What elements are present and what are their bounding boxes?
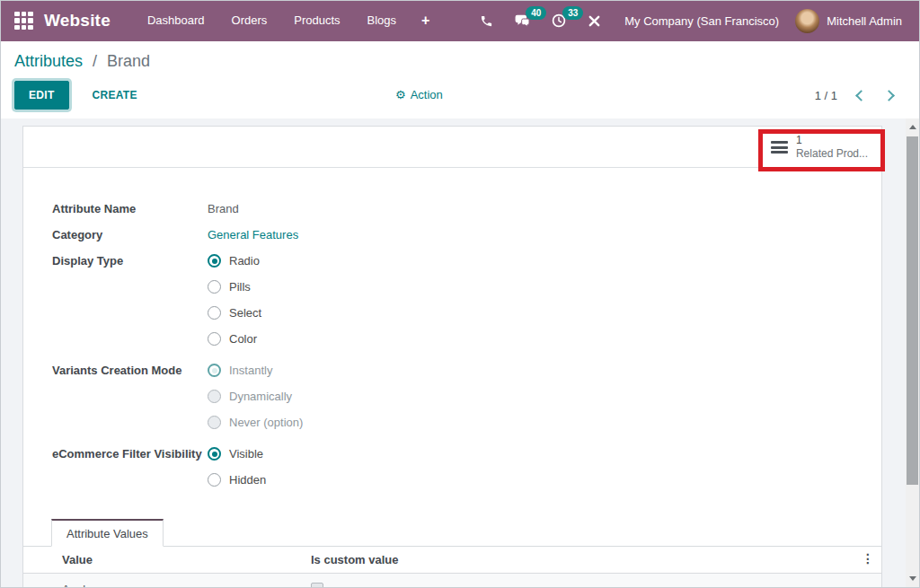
nav-item-dashboard[interactable]: Dashboard — [134, 0, 218, 41]
ecommerce-filter-visibility-label: eCommerce Filter Visibility — [52, 441, 208, 493]
pager-next-icon[interactable] — [883, 90, 895, 101]
table-row[interactable]: Apple — [23, 574, 881, 588]
radio-icon — [208, 254, 221, 268]
user-menu[interactable]: Mitchell Admin — [827, 14, 902, 28]
app-name[interactable]: Website — [44, 11, 111, 31]
category-label: Category — [52, 222, 208, 248]
related-products-count: 1 — [796, 134, 868, 147]
breadcrumb-attributes-link[interactable]: Attributes — [14, 52, 83, 70]
nav-item-orders[interactable]: Orders — [218, 0, 281, 41]
attribute-name-label: Attribute Name — [52, 196, 208, 222]
vertical-scrollbar[interactable] — [906, 118, 919, 587]
radio-option-never: Never (option) — [208, 409, 303, 435]
button-box: 1 Related Prod... — [23, 127, 881, 168]
row-value-cell: Apple — [62, 583, 311, 588]
nav-item-products[interactable]: Products — [280, 0, 353, 41]
radio-icon — [208, 306, 221, 320]
radio-icon — [208, 390, 221, 403]
variants-creation-mode-label: Variants Creation Mode — [52, 357, 208, 435]
pager-value: 1 / 1 — [815, 89, 837, 102]
attribute-form: Attribute Name Brand Category General Fe… — [23, 168, 881, 493]
action-menu-label: Action — [411, 88, 443, 101]
phone-icon[interactable] — [469, 0, 504, 41]
new-content-button[interactable]: + — [410, 13, 441, 29]
tab-strip: Attribute Values — [23, 519, 881, 547]
radio-icon — [208, 364, 221, 377]
notebook: Attribute Values Value Is custom value ⋮… — [23, 519, 881, 588]
radio-icon — [208, 332, 221, 346]
column-header-is-custom-value: Is custom value — [311, 553, 399, 566]
company-switcher[interactable]: My Company (San Francisco) — [624, 14, 779, 28]
edit-button[interactable]: EDIT — [14, 81, 69, 110]
radio-option-select[interactable]: Select — [208, 300, 261, 326]
scroll-down-icon[interactable] — [906, 572, 919, 585]
form-sheet: 1 Related Prod... Attribute Name Brand C… — [22, 126, 882, 588]
field-attribute-name: Attribute Name Brand — [52, 196, 881, 222]
breadcrumb-separator: / — [93, 52, 97, 70]
gear-icon: ⚙ — [395, 89, 406, 101]
tab-attribute-values[interactable]: Attribute Values — [51, 519, 164, 547]
radio-option-hidden[interactable]: Hidden — [208, 467, 266, 493]
control-panel: Attributes / Brand EDIT CREATE ⚙ Action … — [0, 41, 920, 118]
radio-icon — [208, 447, 221, 461]
radio-icon — [208, 473, 221, 487]
related-products-stat-button[interactable]: 1 Related Prod... — [765, 130, 873, 164]
attribute-name-value: Brand — [208, 196, 239, 222]
radio-option-color[interactable]: Color — [208, 326, 261, 352]
breadcrumb: Attributes / Brand — [14, 52, 906, 71]
scroll-up-icon[interactable] — [906, 120, 919, 134]
content-area: 1 Related Prod... Attribute Name Brand C… — [0, 118, 920, 588]
pager: 1 / 1 — [815, 89, 906, 102]
values-table-header: Value Is custom value ⋮ — [23, 547, 881, 574]
radio-option-pills[interactable]: Pills — [208, 274, 261, 300]
radio-icon — [208, 416, 221, 429]
nav-item-blogs[interactable]: Blogs — [354, 0, 411, 41]
messages-icon[interactable]: 40 — [504, 0, 541, 41]
field-category: Category General Features — [52, 222, 881, 248]
action-menu[interactable]: ⚙ Action — [395, 88, 443, 101]
radio-option-radio[interactable]: Radio — [208, 248, 261, 274]
radio-option-dynamically: Dynamically — [208, 383, 303, 409]
radio-option-instantly: Instantly — [208, 357, 303, 383]
display-type-label: Display Type — [52, 248, 208, 352]
column-header-value: Value — [62, 553, 311, 566]
radio-option-visible[interactable]: Visible — [208, 441, 266, 467]
is-custom-value-checkbox — [311, 583, 323, 588]
field-ecommerce-filter-visibility: eCommerce Filter Visibility Visible Hidd… — [52, 441, 881, 493]
navbar-systray: 40 33 My Company (San Francisco) Mitchel… — [469, 0, 911, 41]
category-value-link[interactable]: General Features — [208, 222, 298, 248]
related-products-label: Related Prod... — [796, 147, 868, 161]
activities-clock-icon[interactable]: 33 — [541, 0, 577, 41]
user-avatar[interactable] — [795, 9, 819, 33]
create-button[interactable]: CREATE — [87, 82, 143, 109]
pager-previous-icon[interactable] — [855, 90, 867, 101]
scrollbar-thumb[interactable] — [907, 136, 918, 485]
apps-grid-icon[interactable] — [14, 12, 33, 31]
top-navbar: Website Dashboard Orders Products Blogs … — [0, 0, 920, 41]
radio-icon — [208, 280, 221, 294]
breadcrumb-current: Brand — [107, 52, 150, 70]
list-bars-icon — [771, 141, 788, 154]
field-variants-creation-mode: Variants Creation Mode Instantly Dynamic… — [52, 357, 881, 435]
tools-icon[interactable] — [577, 0, 612, 41]
field-display-type: Display Type Radio Pills Select — [52, 248, 881, 352]
optional-columns-icon[interactable]: ⋮ — [862, 552, 874, 565]
